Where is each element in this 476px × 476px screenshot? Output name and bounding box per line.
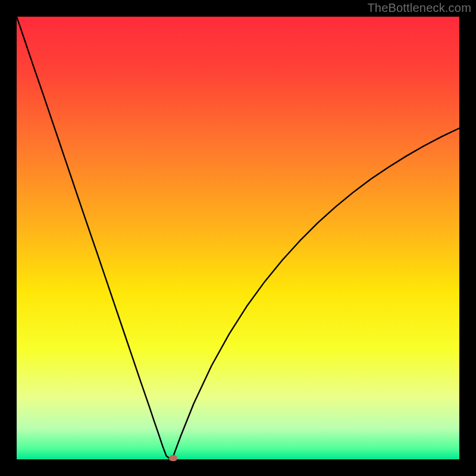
chart-svg xyxy=(17,17,459,459)
gradient-background xyxy=(17,17,459,459)
minimum-marker xyxy=(169,455,177,461)
plot-area xyxy=(17,17,459,459)
watermark-text: TheBottleneck.com xyxy=(367,1,471,15)
chart-frame: TheBottleneck.com xyxy=(0,0,476,476)
